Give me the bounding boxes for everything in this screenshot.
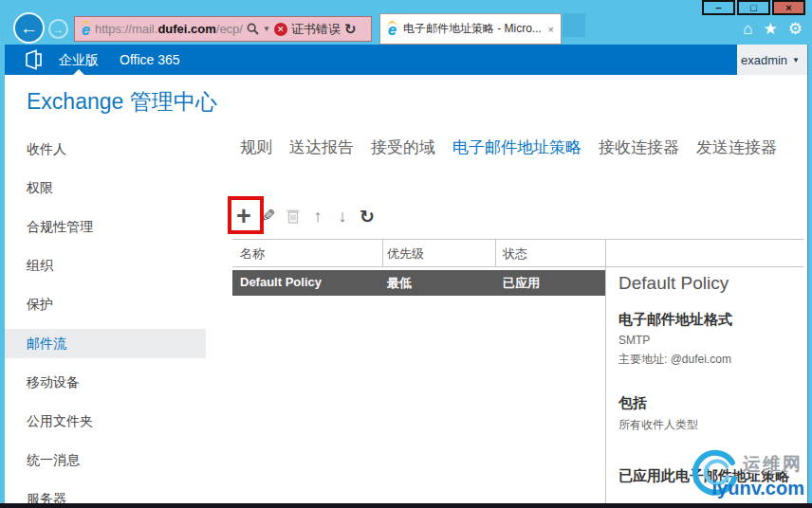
browser-chrome: – □ × ← → e https://mail.dufei.com/ecp/ … xyxy=(0,0,812,45)
column-header-status[interactable]: 状态 xyxy=(503,245,527,263)
column-divider-2 xyxy=(495,239,496,266)
edition-caret-icon xyxy=(73,69,84,75)
window-border-left xyxy=(0,45,5,508)
delete-button[interactable] xyxy=(281,199,305,233)
tab-title: 电子邮件地址策略 - Micro... xyxy=(403,21,543,37)
column-header-name[interactable]: 名称 xyxy=(240,245,265,263)
certificate-error-label[interactable]: 证书错误 xyxy=(291,21,341,38)
address-dropdown-caret-icon[interactable]: ▼ xyxy=(263,25,270,33)
sidebar: 收件人 权限 合规性管理 组织 保护 邮件流 移动设备 公用文件夹 统一消息 服… xyxy=(5,130,218,508)
tab-email-address-policies[interactable]: 电子邮件地址策略 xyxy=(452,136,581,158)
product-label: Office 365 xyxy=(120,52,180,67)
back-button[interactable]: ← xyxy=(13,12,45,44)
page-refresh-icon[interactable]: ↻ xyxy=(344,21,357,38)
annotation-red-box xyxy=(228,196,264,234)
window-border-bottom xyxy=(0,503,812,508)
url-path: /ecp/ xyxy=(216,22,243,36)
edition-label: 企业版 xyxy=(59,52,99,67)
window-border-right xyxy=(807,45,812,508)
favorites-star-icon[interactable]: ★ xyxy=(764,20,778,39)
row-status: 已应用 xyxy=(503,275,540,292)
row-name: Default Policy xyxy=(240,275,322,289)
home-icon[interactable]: ⌂ xyxy=(743,20,752,39)
close-button[interactable]: × xyxy=(772,0,805,15)
edition-menu[interactable]: 企业版 xyxy=(59,45,99,75)
column-divider-1 xyxy=(382,239,383,266)
tab-close-icon[interactable]: × xyxy=(548,24,554,35)
tab-ie-icon: e xyxy=(387,21,397,38)
search-icon[interactable] xyxy=(247,23,259,35)
column-header-priority[interactable]: 优先级 xyxy=(387,245,424,263)
details-include-heading: 包括 xyxy=(618,394,799,412)
sidebar-item-recipients[interactable]: 收件人 xyxy=(5,130,218,169)
page-title: Exchange 管理中心 xyxy=(27,87,217,117)
sidebar-item-mobile[interactable]: 移动设备 xyxy=(5,363,218,402)
sidebar-item-mailflow[interactable]: 邮件流 xyxy=(5,324,218,363)
url-domain: dufei.com xyxy=(157,22,215,36)
sidebar-item-compliance[interactable]: 合规性管理 xyxy=(5,208,218,246)
refresh-button[interactable]: ↻ xyxy=(355,199,379,233)
details-title: Default Policy xyxy=(618,273,799,294)
header-bottom-line xyxy=(232,266,803,267)
watermark: 运维网 iyunv.com xyxy=(691,452,804,501)
sidebar-item-publicfolders[interactable]: 公用文件夹 xyxy=(5,402,218,441)
watermark-domain-text: iyunv.com xyxy=(712,478,804,499)
certificate-error-icon: ✕ xyxy=(274,23,287,36)
details-pane-divider xyxy=(605,239,606,503)
user-name: exadmin xyxy=(741,53,787,67)
move-up-button[interactable]: ↑ xyxy=(305,199,330,233)
new-tab-button[interactable] xyxy=(563,13,585,37)
browser-tab[interactable]: e 电子邮件地址策略 - Micro... × xyxy=(379,13,562,45)
sidebar-item-permissions[interactable]: 权限 xyxy=(5,169,218,208)
window-controls: – □ × xyxy=(700,0,805,15)
tab-send-connectors[interactable]: 发送连接器 xyxy=(696,136,777,158)
address-bar[interactable]: e https://mail.dufei.com/ecp/ ▼ ✕ 证书错误 ↻ xyxy=(74,16,372,42)
tab-accepted-domains[interactable]: 接受的域 xyxy=(371,136,435,158)
watermark-cn-text: 运维网 xyxy=(743,452,803,477)
user-caret-icon: ▼ xyxy=(792,56,800,64)
tab-rules[interactable]: 规则 xyxy=(240,136,272,158)
maximize-button[interactable]: □ xyxy=(737,0,770,15)
header-top-line xyxy=(232,239,803,240)
chrome-icons: ⌂ ★ ⚙ xyxy=(743,20,803,39)
minimize-button[interactable]: – xyxy=(702,0,735,15)
tab-receive-connectors[interactable]: 接收连接器 xyxy=(599,136,679,158)
table-row-default-policy[interactable]: Default Policy 最低 已应用 xyxy=(232,270,605,296)
user-menu[interactable]: exadmin ▼ xyxy=(737,45,807,75)
sidebar-item-protection[interactable]: 保护 xyxy=(5,285,218,324)
office365-bar: 企业版 Office 365 exadmin ▼ xyxy=(0,45,812,75)
url-prefix: https://mail. xyxy=(95,22,157,36)
details-format-primary: 主要地址: @dufei.com xyxy=(618,352,799,368)
row-priority: 最低 xyxy=(387,275,412,292)
move-down-button[interactable]: ↓ xyxy=(330,199,355,233)
tab-delivery-reports[interactable]: 送达报告 xyxy=(289,136,354,158)
details-include-value: 所有收件人类型 xyxy=(618,417,799,433)
details-format-type: SMTP xyxy=(618,334,799,347)
office-logo-icon xyxy=(25,49,44,70)
browser-window: – □ × ← → e https://mail.dufei.com/ecp/ … xyxy=(0,0,812,508)
details-format-heading: 电子邮件地址格式 xyxy=(618,311,799,329)
forward-button[interactable]: → xyxy=(48,19,68,39)
url-text[interactable]: https://mail.dufei.com/ecp/ xyxy=(95,22,243,36)
section-tabs: 规则 送达报告 接受的域 电子邮件地址策略 接收连接器 发送连接器 xyxy=(240,136,777,158)
sidebar-item-organization[interactable]: 组织 xyxy=(5,246,218,285)
ie-icon: e xyxy=(81,21,91,38)
sidebar-item-unifiedmessaging[interactable]: 统一消息 xyxy=(5,441,218,480)
settings-gear-icon[interactable]: ⚙ xyxy=(788,20,803,39)
